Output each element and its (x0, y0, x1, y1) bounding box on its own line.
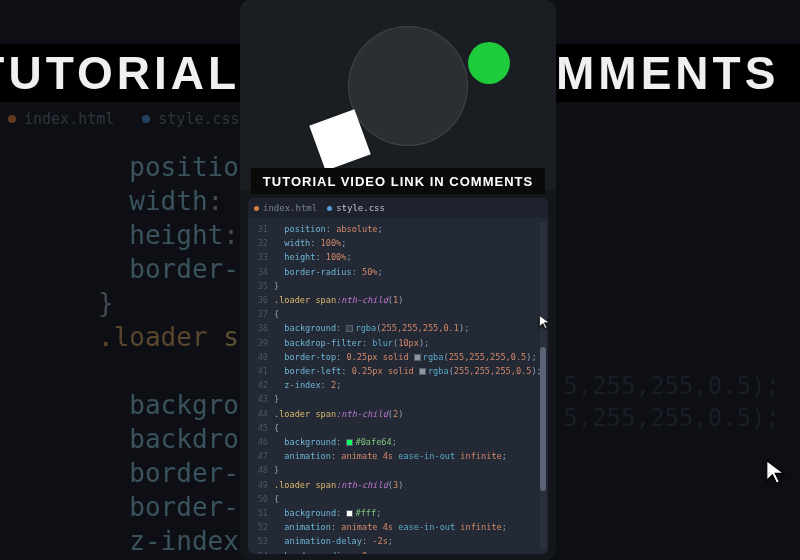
line-number: 54 (248, 549, 268, 554)
line-number: 37 (248, 307, 268, 321)
banner-right-text: MMENTS (556, 46, 779, 100)
scrollbar-thumb[interactable] (540, 347, 546, 491)
line-number: 33 (248, 250, 268, 264)
banner-left-text: TUTORIAL (0, 46, 240, 100)
tab-label: index.html (24, 110, 114, 128)
inner-tab-style[interactable]: style.css (327, 203, 385, 213)
code-line[interactable]: animation: animate 4s ease-in-out infini… (274, 520, 544, 534)
mouse-cursor-icon (764, 458, 792, 490)
code-line[interactable]: .loader span:nth-child(1) (274, 293, 544, 307)
tab-label: index.html (263, 203, 317, 213)
code-line[interactable]: animation-delay: -2s; (274, 534, 544, 548)
inner-editor: index.html style.css 3132333435363738394… (248, 198, 548, 554)
html-icon (8, 115, 16, 123)
line-number: 40 (248, 350, 268, 364)
inner-scrollbar[interactable] (540, 222, 546, 550)
code-line[interactable]: background: rgba(255,255,255,0.1); (274, 321, 544, 335)
line-number-gutter: 3132333435363738394041424344454647484950… (248, 218, 268, 554)
code-line[interactable]: .loader span:nth-child(3) (274, 478, 544, 492)
code-line[interactable]: border-top: 0.25px solid rgba(255,255,25… (274, 350, 544, 364)
loader-glass-circle (348, 26, 468, 146)
phone-frame: TUTORIAL VIDEO LINK IN COMMENTS index.ht… (240, 0, 556, 560)
line-number: 43 (248, 392, 268, 406)
code-line[interactable]: width: 100%; (274, 236, 544, 250)
code-line[interactable]: border-radius: 0; (274, 549, 544, 554)
line-number: 44 (248, 407, 268, 421)
line-number: 47 (248, 449, 268, 463)
code-line[interactable]: height: 100%; (274, 250, 544, 264)
mouse-cursor-icon (538, 314, 548, 334)
banner-right: MMENTS (556, 44, 800, 102)
code-line[interactable]: background: #0afe64; (274, 435, 544, 449)
line-number: 39 (248, 336, 268, 350)
code-line[interactable]: { (274, 492, 544, 506)
loader-green-dot (468, 42, 510, 84)
preview-area (240, 0, 556, 190)
banner-left: TUTORIAL (0, 44, 240, 102)
background-code-right-fragment: 5,255,255,0.5); 5,255,255,0.5); (563, 370, 780, 434)
code-line[interactable]: animation: animate 4s ease-in-out infini… (274, 449, 544, 463)
line-number: 52 (248, 520, 268, 534)
background-tab-index[interactable]: index.html (8, 110, 114, 128)
inner-tab-index[interactable]: index.html (254, 203, 317, 213)
code-line[interactable]: } (274, 392, 544, 406)
code-line[interactable]: { (274, 307, 544, 321)
background-tab-style[interactable]: style.css (142, 110, 239, 128)
css-icon (327, 206, 332, 211)
background-tabs: index.html style.css (8, 110, 240, 128)
tab-label: style.css (158, 110, 239, 128)
line-number: 32 (248, 236, 268, 250)
inner-tabs: index.html style.css (248, 198, 548, 218)
line-number: 45 (248, 421, 268, 435)
line-number: 31 (248, 222, 268, 236)
line-number: 53 (248, 534, 268, 548)
line-number: 42 (248, 378, 268, 392)
inner-editor-body: 3132333435363738394041424344454647484950… (248, 218, 548, 554)
code-line[interactable]: background: #fff; (274, 506, 544, 520)
code-line[interactable]: } (274, 279, 544, 293)
line-number: 35 (248, 279, 268, 293)
line-number: 34 (248, 265, 268, 279)
code-line[interactable]: position: absolute; (274, 222, 544, 236)
caption-badge: TUTORIAL VIDEO LINK IN COMMENTS (251, 168, 545, 194)
code-line[interactable]: border-radius: 50%; (274, 265, 544, 279)
code-area[interactable]: position: absolute; width: 100%; height:… (268, 218, 548, 554)
line-number: 46 (248, 435, 268, 449)
code-line[interactable]: { (274, 421, 544, 435)
line-number: 41 (248, 364, 268, 378)
code-line[interactable]: } (274, 463, 544, 477)
line-number: 49 (248, 478, 268, 492)
line-number: 48 (248, 463, 268, 477)
line-number: 51 (248, 506, 268, 520)
line-number: 36 (248, 293, 268, 307)
code-line[interactable]: backdrop-filter: blur(10px); (274, 336, 544, 350)
code-line[interactable]: .loader span:nth-child(2) (274, 407, 544, 421)
line-number: 38 (248, 321, 268, 335)
line-number: 50 (248, 492, 268, 506)
code-line[interactable]: border-left: 0.25px solid rgba(255,255,2… (274, 364, 544, 378)
tab-label: style.css (336, 203, 385, 213)
code-line[interactable]: z-index: 2; (274, 378, 544, 392)
html-icon (254, 206, 259, 211)
css-icon (142, 115, 150, 123)
